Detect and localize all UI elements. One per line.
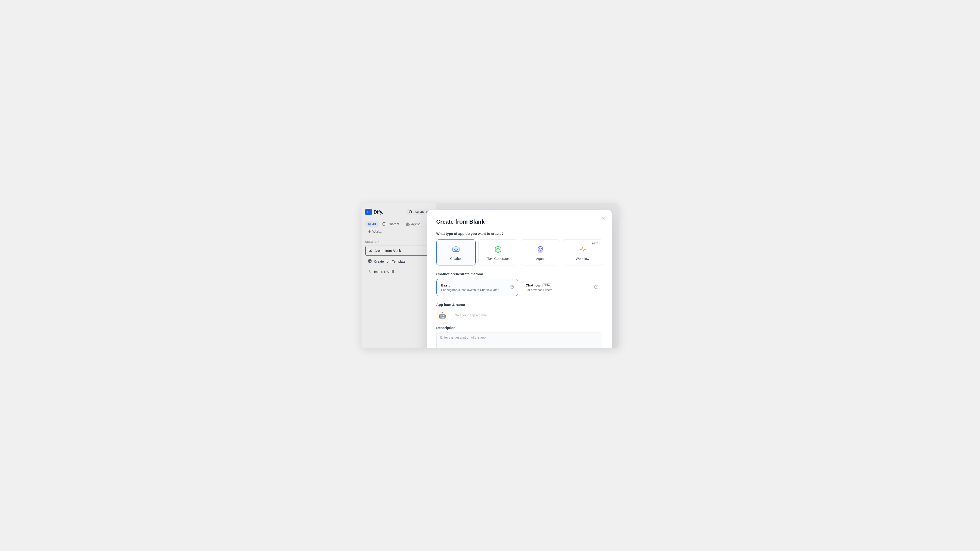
svg-point-15 [585, 249, 586, 250]
app-type-grid: Chatbot Text Generator [436, 239, 602, 265]
app-icon-picker[interactable]: 🤖 [436, 310, 448, 321]
modal: ✕ Create from Blank What type of app do … [427, 210, 612, 348]
workflow-beta-badge: BETA [591, 242, 600, 245]
chatbot-card-label: Chatbot [450, 257, 461, 260]
chatflow-help-icon[interactable] [594, 285, 598, 290]
app-name-input[interactable] [451, 310, 602, 320]
svg-point-8 [499, 249, 500, 250]
svg-rect-3 [453, 247, 459, 252]
screen-wrapper: P Dify. Star 46,560 ⊞ All 💬 Chatbot 🤖 Ag… [361, 203, 619, 348]
app-icon-name-label: App icon & name [436, 303, 602, 306]
svg-point-5 [454, 249, 455, 250]
agent-card-icon [535, 244, 546, 254]
app-description-textarea[interactable] [436, 332, 602, 348]
modal-title: Create from Blank [436, 219, 602, 225]
orchestrate-chatflow-title: Chatflow BETA [526, 283, 597, 287]
text-gen-card-label: Text Generator [487, 257, 509, 260]
svg-point-11 [539, 248, 540, 249]
svg-rect-7 [455, 246, 457, 247]
orchestrate-grid: Basic For beginners, can switch to Chatf… [436, 279, 602, 296]
app-type-workflow[interactable]: BETA Workflow [563, 239, 602, 265]
description-label: Description [436, 326, 602, 330]
orchestrate-basic-desc: For beginners, can switch to Chatflow la… [441, 288, 513, 292]
orchestrate-chatflow-desc: For advanced users [526, 288, 597, 292]
close-icon: ✕ [601, 216, 605, 221]
text-gen-card-icon [493, 244, 503, 254]
app-type-question: What type of app do you want to create? [436, 232, 602, 235]
workflow-card-icon [578, 244, 588, 254]
orchestrate-basic[interactable]: Basic For beginners, can switch to Chatf… [436, 279, 518, 296]
app-type-text-generator[interactable]: Text Generator [479, 239, 518, 265]
orchestrate-chatflow[interactable]: Chatflow BETA For advanced users [521, 279, 602, 296]
svg-point-13 [540, 246, 541, 246]
chatflow-beta-badge: BETA [542, 283, 551, 287]
modal-close-button[interactable]: ✕ [600, 215, 607, 222]
app-type-chatbot[interactable]: Chatbot [436, 239, 476, 265]
svg-point-14 [580, 249, 581, 250]
modal-overlay: ✕ Create from Blank What type of app do … [361, 203, 619, 348]
basic-help-icon[interactable] [510, 285, 514, 290]
orchestrate-basic-title: Basic [441, 283, 513, 287]
chatbot-card-icon [451, 244, 461, 254]
app-name-row: 🤖 [436, 310, 602, 321]
app-icon: 🤖 [438, 312, 446, 319]
agent-card-label: Agent [536, 257, 545, 260]
workflow-card-label: Workflow [576, 257, 589, 260]
svg-point-12 [541, 248, 542, 249]
app-type-agent[interactable]: Agent [521, 239, 560, 265]
svg-point-6 [457, 249, 458, 250]
orchestrate-label: Chatbot orchestrate method [436, 272, 602, 276]
